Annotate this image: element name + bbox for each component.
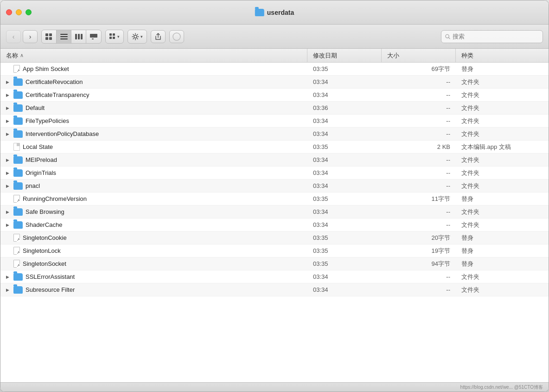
group-action-group: ▾ (105, 30, 124, 44)
gallery-icon (90, 34, 97, 39)
expand-button[interactable]: ▶ (4, 92, 11, 98)
nav-group: ‹ › (6, 30, 38, 43)
file-row[interactable]: ▶FileTypePolicies03:34--文件夹 (0, 115, 549, 128)
file-modified-cell: 03:34 (307, 169, 382, 176)
file-size-cell: 94字节 (382, 260, 456, 268)
icon-view-button[interactable] (42, 30, 57, 43)
file-kind-cell: 文件夹 (456, 130, 549, 138)
search-icon (445, 34, 450, 39)
file-row[interactable]: ▶InterventionPolicyDatabase03:34--文件夹 (0, 128, 549, 141)
svg-rect-14 (109, 37, 112, 39)
col-header-kind[interactable]: 种类 (456, 49, 549, 62)
file-name-cell: ▶CertificateRevocation (0, 78, 307, 86)
file-name-cell: ▶ShaderCache (0, 221, 307, 229)
column-view-button[interactable] (71, 30, 86, 43)
file-modified-cell: 03:34 (307, 156, 382, 163)
list-view-button[interactable] (57, 30, 71, 43)
file-row[interactable]: ▶CertificateRevocation03:34--文件夹 (0, 76, 549, 89)
expand-button[interactable]: ▶ (4, 222, 11, 228)
file-row[interactable]: SingletonLock03:3519字节替身 (0, 244, 549, 257)
file-modified-cell: 03:35 (307, 195, 382, 202)
file-modified-cell: 03:34 (307, 221, 382, 228)
file-row[interactable]: ▶Safe Browsing03:34--文件夹 (0, 206, 549, 218)
file-row[interactable]: ▶OriginTrials03:34--文件夹 (0, 167, 549, 180)
tag-button[interactable] (169, 30, 184, 43)
file-row[interactable]: Local State03:352 KB文本编辑.app 文稿 (0, 141, 549, 154)
file-modified-cell: 03:34 (307, 273, 382, 280)
maximize-button[interactable] (26, 9, 32, 15)
expand-button[interactable]: ▶ (4, 183, 11, 189)
expand-button[interactable]: ▶ (4, 118, 11, 124)
expand-button[interactable]: ▶ (4, 131, 11, 137)
expand-button[interactable]: ▶ (4, 287, 11, 293)
file-modified-cell: 03:34 (307, 182, 382, 189)
file-kind-cell: 文本编辑.app 文稿 (456, 143, 549, 151)
file-row[interactable]: ▶ShaderCache03:34--文件夹 (0, 218, 549, 231)
file-row[interactable]: ▶MEIPreload03:34--文件夹 (0, 154, 549, 167)
file-kind-cell: 文件夹 (456, 169, 549, 177)
alias-icon (13, 247, 20, 255)
alias-icon (13, 234, 20, 242)
minimize-button[interactable] (16, 9, 22, 15)
file-name-text: SSLErrorAssistant (26, 273, 75, 280)
file-name-text: FileTypePolicies (26, 117, 69, 124)
file-name-text: ShaderCache (26, 221, 63, 228)
group-button[interactable]: ▾ (106, 30, 123, 43)
settings-button[interactable]: ▾ (128, 30, 147, 43)
file-name-cell: ▶Subresource Filter (0, 286, 307, 294)
file-row[interactable]: SingletonCookie03:3520字节替身 (0, 231, 549, 244)
folder-icon (13, 130, 23, 138)
file-row[interactable]: SingletonSocket03:3594字节替身 (0, 257, 549, 270)
group-icon (109, 33, 116, 40)
col-header-modified[interactable]: 修改日期 (307, 49, 382, 62)
file-name-text: Safe Browsing (26, 208, 64, 215)
folder-icon (13, 182, 23, 190)
expand-button[interactable]: ▶ (4, 105, 11, 111)
file-row[interactable]: ▶Subresource Filter03:34--文件夹 (0, 283, 549, 296)
expand-placeholder (4, 66, 11, 72)
file-row[interactable]: ▶CertificateTransparency03:34--文件夹 (0, 89, 549, 102)
share-button[interactable] (151, 30, 166, 43)
file-modified-cell: 03:34 (307, 78, 382, 85)
file-row[interactable]: ▶Default03:36--文件夹 (0, 102, 549, 115)
doc-icon (13, 143, 20, 151)
back-button[interactable]: ‹ (6, 30, 21, 43)
file-row[interactable]: ▶SSLErrorAssistant03:34--文件夹 (0, 270, 549, 283)
forward-icon: › (29, 33, 32, 40)
file-row[interactable]: RunningChromeVersion03:3511字节替身 (0, 193, 549, 206)
expand-button[interactable]: ▶ (4, 274, 11, 280)
expand-button[interactable]: ▶ (4, 79, 11, 85)
alias-icon (13, 65, 20, 73)
file-kind-cell: 文件夹 (456, 78, 549, 86)
col-header-name[interactable]: 名称 ∧ (0, 49, 307, 62)
file-row[interactable]: ▶pnacl03:34--文件夹 (0, 180, 549, 193)
col-header-size[interactable]: 大小 (382, 49, 456, 62)
folder-icon (13, 104, 23, 112)
close-button[interactable] (6, 9, 12, 15)
expand-button[interactable]: ▶ (4, 209, 11, 215)
settings-dropdown-icon: ▾ (140, 34, 143, 39)
file-kind-cell: 文件夹 (456, 286, 549, 294)
file-size-cell: -- (382, 117, 456, 124)
file-kind-cell: 文件夹 (456, 182, 549, 190)
folder-icon (13, 156, 23, 164)
file-modified-cell: 03:35 (307, 260, 382, 267)
file-modified-cell: 03:34 (307, 117, 382, 124)
forward-button[interactable]: › (23, 30, 38, 43)
finder-window: userdata ‹ › (0, 0, 549, 392)
file-name-cell: ▶Default (0, 104, 307, 112)
file-name-text: SingletonCookie (23, 234, 67, 241)
search-box[interactable] (441, 30, 543, 43)
bottom-bar: https://blog.csdn.net/we... @51CTO博客 (0, 382, 549, 392)
file-kind-cell: 文件夹 (456, 104, 549, 112)
expand-button[interactable]: ▶ (4, 170, 11, 176)
file-row[interactable]: App Shim Socket03:3569字节替身 (0, 63, 549, 76)
file-name-cell: ▶InterventionPolicyDatabase (0, 130, 307, 138)
expand-button[interactable]: ▶ (4, 157, 11, 163)
svg-rect-5 (60, 36, 68, 37)
file-modified-cell: 03:34 (307, 286, 382, 293)
search-input[interactable] (453, 33, 539, 40)
file-modified-cell: 03:36 (307, 104, 382, 111)
file-name-cell: ▶OriginTrials (0, 169, 307, 177)
gallery-view-button[interactable] (86, 30, 101, 43)
